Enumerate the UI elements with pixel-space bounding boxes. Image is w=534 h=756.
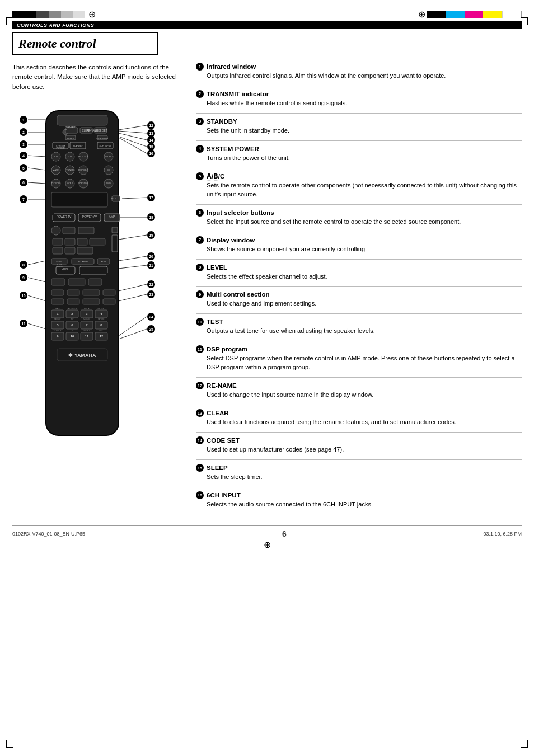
title-9: Multi control section [207, 291, 269, 298]
title-8: LEVEL [207, 264, 227, 271]
svg-text:POWER TV: POWER TV [57, 215, 72, 218]
body-4: Turns on the power of the unit. [196, 154, 522, 163]
svg-rect-1 [57, 115, 107, 125]
svg-text:MD/CD-R: MD/CD-R [78, 155, 88, 158]
svg-text:NIGHT: NIGHT [84, 330, 91, 332]
title-15: SLEEP [207, 464, 228, 471]
title-13: CLEAR [207, 410, 229, 416]
body-6: Select the input source and set the remo… [196, 218, 522, 227]
desc-item-9: 9 Multi control section Used to change a… [196, 290, 522, 308]
title-2: TRANSMIT indicator [207, 91, 269, 97]
svg-text:VCR 1: VCR 1 [67, 182, 73, 185]
cs-yellow [483, 11, 502, 18]
body-3: Sets the unit in standby mode. [196, 126, 522, 135]
svg-rect-36 [112, 235, 118, 252]
svg-text:CLEAR: CLEAR [82, 129, 91, 132]
title-7: Display window [207, 237, 255, 243]
svg-text:11: 11 [85, 335, 89, 338]
svg-text:17: 17 [149, 196, 153, 200]
svg-line-118 [122, 198, 147, 199]
body-7: Shows the source component you are curre… [196, 245, 522, 254]
svg-line-91 [28, 261, 46, 265]
svg-rect-23 [51, 192, 107, 207]
svg-text:MUSIC: MUSIC [54, 318, 61, 321]
svg-text:TV: TV [71, 318, 74, 321]
corner-mark-tl [6, 17, 13, 25]
svg-rect-38 [65, 247, 75, 254]
num-15: 15 [196, 464, 204, 472]
desc-title-11: 11 DSP program [196, 345, 522, 353]
section-label: CONTROLS AND FUNCTIONS [17, 22, 94, 28]
svg-text:16: 16 [149, 152, 153, 156]
color-strip-right [427, 11, 522, 18]
svg-rect-46 [68, 279, 85, 285]
footer: 0102RX-V740_01-08_EN-U.P65 6 03.1.10, 6:… [12, 525, 522, 538]
svg-line-106 [119, 131, 147, 133]
svg-text:21: 21 [149, 264, 153, 267]
svg-text:MUTE: MUTE [101, 261, 107, 263]
svg-text:DVD: DVD [106, 182, 111, 185]
desc-title-9: 9 Multi control section [196, 290, 522, 298]
body-8: Selects the effect speaker channel to ad… [196, 273, 522, 281]
svg-text:25: 25 [149, 327, 153, 331]
page: ⊕ ⊕ CONTROLS AND FUNCTIONS Remote contro… [0, 0, 534, 756]
desc-title-12: 12 RE-NAME [196, 382, 522, 389]
color-seg-2 [36, 11, 49, 18]
svg-text:LD: LD [68, 155, 71, 158]
svg-line-130 [119, 265, 147, 269]
section-bar: CONTROLS AND FUNCTIONS [12, 21, 522, 29]
svg-rect-39 [77, 247, 93, 254]
svg-line-112 [119, 137, 147, 147]
svg-text:TUNER: TUNER [66, 168, 74, 171]
svg-text:●: ● [65, 128, 67, 130]
svg-text:VCR2/DVR: VCR2/DVR [78, 182, 88, 185]
svg-text:1: 1 [22, 118, 25, 122]
svg-line-142 [119, 329, 147, 339]
desc-item-5: 5 A̲/B̲/C Sets the remote control to ope… [196, 172, 522, 199]
svg-text:MOVIE: MOVIE [98, 318, 105, 321]
intro-text: This section describes the controls and … [12, 63, 186, 92]
svg-text:MOVIE: MOVIE [83, 318, 90, 321]
body-9: Used to change and implement settings. [196, 299, 522, 308]
desc-item-11: 11 DSP program Select DSP programs when … [196, 345, 522, 372]
right-column: 1 Infrared window Outputs infrared contr… [196, 63, 522, 514]
desc-title-2: 2 TRANSMIT indicator [196, 90, 522, 98]
svg-text:SCH INPUT: SCH INPUT [99, 144, 111, 147]
crosshair-right: ⊕ [418, 10, 425, 19]
svg-text:SET MENU: SET MENU [78, 261, 88, 263]
svg-line-94 [28, 278, 46, 282]
title-10: TEST [207, 318, 223, 325]
svg-text:6: 6 [22, 181, 25, 185]
desc-item-10: 10 TEST Outputs a test tone for use when… [196, 318, 522, 336]
svg-text:SLEEP: SLEEP [67, 137, 74, 140]
svg-rect-48 [51, 290, 64, 295]
svg-rect-49 [67, 290, 79, 295]
svg-text:18: 18 [149, 215, 153, 219]
num-4: 4 [196, 145, 204, 153]
num-6: 6 [196, 209, 204, 217]
title-4: SYSTEM POWER [207, 145, 259, 152]
svg-rect-33 [65, 238, 75, 245]
svg-rect-51 [103, 290, 115, 295]
body-14: Used to set up manufacturer codes (see p… [196, 445, 522, 454]
svg-line-97 [28, 295, 46, 301]
page-number: 6 [282, 529, 287, 538]
svg-rect-35 [90, 238, 105, 245]
title-box: Remote control [12, 32, 158, 55]
desc-title-1: 1 Infrared window [196, 63, 522, 71]
title-16: 6CH INPUT [207, 492, 241, 499]
svg-rect-50 [83, 290, 100, 295]
title-3: STANDBY [207, 118, 237, 125]
num-12: 12 [196, 382, 204, 389]
svg-line-133 [119, 284, 147, 291]
svg-rect-47 [88, 279, 102, 285]
svg-line-79 [28, 156, 46, 157]
svg-line-139 [119, 317, 147, 336]
svg-text:POWER AV: POWER AV [82, 215, 97, 218]
body-5: Sets the remote control to operate other… [196, 181, 522, 199]
svg-text:POWER: POWER [56, 147, 64, 149]
crosshair-left: ⊕ [88, 10, 96, 19]
num-7: 7 [196, 236, 204, 244]
svg-text:5: 5 [22, 166, 25, 170]
desc-title-7: 7 Display window [196, 236, 522, 244]
